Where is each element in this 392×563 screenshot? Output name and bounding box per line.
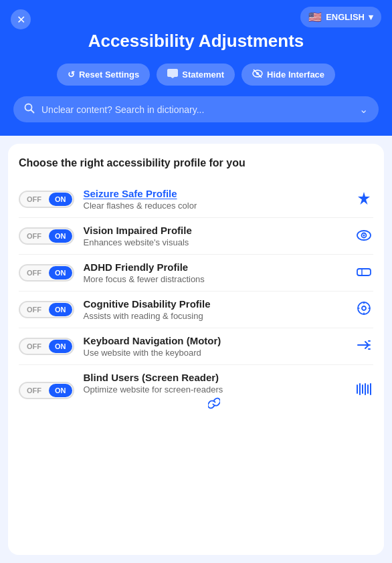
profile-icon-vision [355,229,373,244]
svg-marker-5 [358,192,370,205]
profile-desc-adhd: More focus & fewer distractions [84,274,346,284]
profile-name-cognitive: Cognitive Disability Profile [84,298,346,310]
profile-desc-cognitive: Assists with reading & focusing [84,311,346,321]
profile-info-cognitive: Cognitive Disability Profile Assists wit… [84,298,346,321]
action-buttons: ↺ Reset Settings Statement Hide Interfac… [13,64,379,86]
profile-row-vision: OFF ON Vision Impaired Profile Enhances … [19,218,373,255]
toggle-seizure[interactable]: OFF ON [19,191,74,208]
profile-icon-seizure [355,191,373,209]
svg-point-8 [363,234,365,236]
profile-name-vision: Vision Impaired Profile [84,225,346,236]
toggle-off-vision[interactable]: OFF [20,229,48,243]
toggle-off-keyboard[interactable]: OFF [20,339,48,354]
profile-icon-keyboard [355,338,373,356]
profiles-list: OFF ON Seizure Safe Profile Clear flashe… [19,181,373,416]
toggle-on-seizure[interactable]: ON [49,193,72,206]
search-bar[interactable]: Unclear content? Search in dictionary...… [13,96,379,122]
profile-name-adhd: ADHD Friendly Profile [84,261,346,273]
reset-icon: ↺ [68,70,75,80]
statement-button[interactable]: Statement [157,64,235,86]
profile-name-blind: Blind Users (Screen Reader) [84,372,346,383]
toggle-off-blind[interactable]: OFF [20,383,48,398]
profile-row-blind: OFF ON Blind Users (Screen Reader) Optim… [19,365,373,416]
toggle-adhd[interactable]: OFF ON [19,264,74,282]
profile-desc-keyboard: Use website with the keyboard [84,348,346,358]
toggle-off-seizure[interactable]: OFF [20,192,48,207]
toggle-on-vision[interactable]: ON [49,229,72,243]
reset-label: Reset Settings [79,70,139,80]
toggle-vision[interactable]: OFF ON [19,227,74,245]
svg-rect-9 [357,269,371,275]
statement-label: Statement [182,70,224,80]
profile-row-cognitive: OFF ON Cognitive Disability Profile Assi… [19,292,373,328]
toggle-keyboard[interactable]: OFF ON [19,338,74,355]
profile-name-seizure[interactable]: Seizure Safe Profile [84,188,346,199]
header: ✕ 🇺🇸 ENGLISH ▾ Accessibility Adjustments… [0,0,392,136]
svg-point-12 [362,306,366,310]
profile-name-keyboard: Keyboard Navigation (Motor) [84,335,346,346]
toggle-on-cognitive[interactable]: ON [49,303,72,316]
flag-icon: 🇺🇸 [308,11,322,23]
profile-desc-blind: Optimize website for screen-readers [84,384,346,395]
profile-info-seizure: Seizure Safe Profile Clear flashes & red… [84,188,346,211]
profile-info-adhd: ADHD Friendly Profile More focus & fewer… [84,261,346,284]
profile-info-vision: Vision Impaired Profile Enhances website… [84,225,346,247]
svg-point-11 [358,302,370,314]
section-title: Choose the right accessibility profile f… [19,157,373,169]
close-button[interactable]: ✕ [11,9,31,29]
hide-interface-button[interactable]: Hide Interface [241,64,335,86]
profile-icon-cognitive [355,301,373,319]
profile-info-keyboard: Keyboard Navigation (Motor) Use website … [84,335,346,358]
profile-row-adhd: OFF ON ADHD Friendly Profile More focus … [19,255,373,292]
hide-icon [252,69,263,80]
toggle-on-blind[interactable]: ON [49,384,72,397]
link-icon-blind [84,395,346,409]
search-icon [24,103,35,116]
svg-line-4 [31,110,34,113]
profile-icon-adhd [355,265,373,281]
search-chevron-icon: ⌄ [359,103,368,116]
profile-row-seizure: OFF ON Seizure Safe Profile Clear flashe… [19,181,373,218]
language-button[interactable]: 🇺🇸 ENGLISH ▾ [300,7,381,27]
toggle-off-adhd[interactable]: OFF [20,265,48,280]
profile-info-blind: Blind Users (Screen Reader) Optimize web… [84,372,346,409]
hide-label: Hide Interface [267,70,324,80]
profile-desc-seizure: Clear flashes & reduces color [84,201,346,211]
profile-desc-vision: Enhances website's visuals [84,237,346,247]
language-label: ENGLISH [326,12,365,22]
toggle-on-adhd[interactable]: ON [49,266,72,279]
main-content: Choose the right accessibility profile f… [8,144,384,555]
toggle-blind[interactable]: OFF ON [19,382,74,399]
profile-icon-blind [355,382,373,399]
profile-row-keyboard: OFF ON Keyboard Navigation (Motor) Use w… [19,328,373,365]
close-icon: ✕ [17,13,25,26]
toggle-cognitive[interactable]: OFF ON [19,301,74,318]
toggle-off-cognitive[interactable]: OFF [20,302,48,317]
search-placeholder: Unclear content? Search in dictionary... [41,104,204,115]
reset-settings-button[interactable]: ↺ Reset Settings [57,64,150,86]
toggle-on-keyboard[interactable]: ON [49,340,72,353]
chevron-down-icon: ▾ [369,12,373,22]
page-title: Accessibility Adjustments [13,31,379,51]
statement-icon [167,69,178,80]
